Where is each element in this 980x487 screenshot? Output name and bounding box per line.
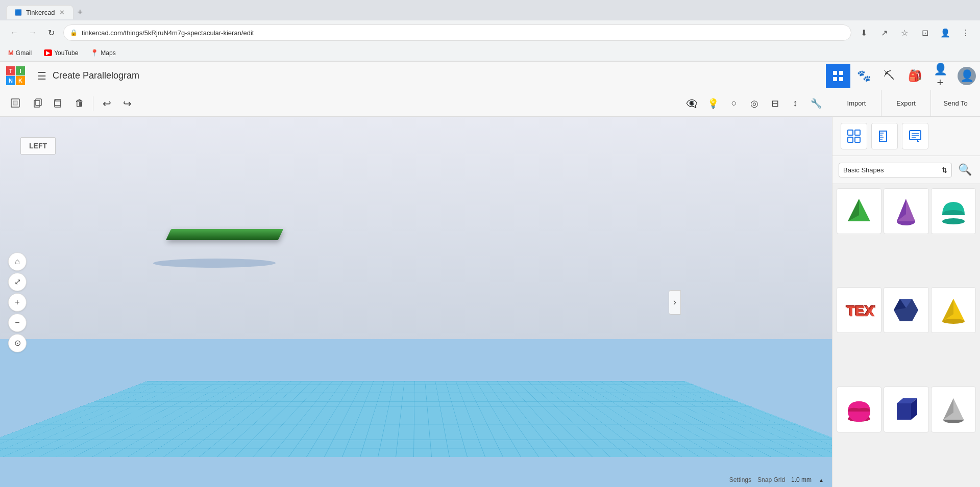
back-btn[interactable]: ← xyxy=(6,24,22,41)
grid-view-btn[interactable] xyxy=(826,64,850,88)
svg-rect-20 xyxy=(910,131,921,140)
minus-square-btn[interactable]: ⊟ xyxy=(766,94,784,113)
pickaxe-btn[interactable]: ⛏ xyxy=(877,64,901,88)
circle-btn-1[interactable]: ○ xyxy=(725,94,743,113)
right-panel: Basic Shapes ⇅ 🔍 xyxy=(832,117,980,487)
grid-lines xyxy=(0,381,832,457)
shape-dark-blue-box[interactable] xyxy=(884,387,928,432)
viewport[interactable]: LEFT ⌂ ⤢ + − ⊙ › Settings Snap Grid 1.0 … xyxy=(0,117,832,487)
menu-btn[interactable]: ⋮ xyxy=(958,24,974,41)
share-btn[interactable]: ↗ xyxy=(876,24,892,41)
briefcase-btn[interactable]: 🎒 xyxy=(902,64,927,88)
send-to-btn[interactable]: Send To xyxy=(931,90,980,116)
dark-blue-box-icon xyxy=(890,393,922,426)
new-tab-btn[interactable]: + xyxy=(78,7,83,18)
hamburger-menu-btn[interactable]: ☰ xyxy=(31,70,53,82)
bookmark-btn[interactable]: ☆ xyxy=(896,24,913,41)
purple-cone-icon xyxy=(890,195,922,227)
svg-rect-7 xyxy=(36,99,41,106)
shape-green-pyramid[interactable] xyxy=(837,188,881,234)
youtube-label: YouTube xyxy=(54,49,78,57)
export-btn[interactable]: Export xyxy=(881,90,931,116)
home-view-btn[interactable]: ⌂ xyxy=(8,252,27,271)
panel-ruler-btn[interactable] xyxy=(871,123,898,149)
shape-gray-cone[interactable] xyxy=(931,387,976,432)
grid-floor xyxy=(0,381,832,457)
panel-grid-btn[interactable] xyxy=(841,123,867,149)
delete-btn[interactable]: 🗑 xyxy=(70,94,89,113)
maps-icon: 📍 xyxy=(90,49,99,57)
panel-toggle-btn[interactable]: › xyxy=(669,290,681,315)
svg-rect-5 xyxy=(13,101,17,105)
shapes-dropdown[interactable]: Basic Shapes ⇅ xyxy=(839,163,952,177)
bookmark-maps[interactable]: 📍 Maps xyxy=(88,48,117,58)
fit-view-btn[interactable]: ⤢ xyxy=(8,273,27,291)
bookmark-gmail[interactable]: M Gmail xyxy=(6,48,34,58)
orbit-btn[interactable]: ⊙ xyxy=(8,334,27,352)
profile-btn[interactable]: 👤 xyxy=(937,24,953,41)
shape-teal-half-sphere[interactable] xyxy=(931,188,976,234)
logo-cell-t: T xyxy=(6,66,15,75)
refresh-btn[interactable]: ↻ xyxy=(43,24,59,41)
new-shape-icon xyxy=(10,98,21,109)
undo-btn[interactable]: ↩ xyxy=(97,94,116,113)
snap-grid-value[interactable]: 1.0 mm xyxy=(791,476,812,483)
shape-3d-text[interactable]: TEXT TEXT xyxy=(837,287,881,333)
svg-rect-1 xyxy=(839,71,843,75)
add-user-btn[interactable]: 👤+ xyxy=(928,64,952,88)
import-btn[interactable]: Import xyxy=(832,90,881,116)
bookmark-youtube[interactable]: ▶ YouTube xyxy=(42,48,80,58)
logo-cell-i: I xyxy=(16,66,25,75)
circle-btn-2[interactable]: ◎ xyxy=(745,94,764,113)
copy-icon xyxy=(32,98,43,109)
app-topbar: T I N K ☰ Create Parallelogram 🐾 ⛏ 🎒 👤+ xyxy=(0,62,980,90)
active-tab[interactable]: 🟦 Tinkercad ✕ xyxy=(6,5,74,19)
light-btn[interactable]: 💡 xyxy=(703,94,723,113)
duplicate-icon xyxy=(53,98,64,109)
duplicate-btn[interactable] xyxy=(49,94,68,113)
svg-rect-15 xyxy=(855,137,860,142)
svg-rect-2 xyxy=(833,77,837,81)
youtube-icon: ▶ xyxy=(44,49,52,56)
view-label: LEFT xyxy=(20,137,56,155)
teal-half-sphere-icon xyxy=(937,195,970,227)
panel-grid-icon xyxy=(847,129,861,143)
new-shape-btn[interactable] xyxy=(6,94,26,113)
user-avatar[interactable]: 👤 xyxy=(958,67,976,85)
parallelogram-shape[interactable] xyxy=(166,229,283,240)
gmail-icon: M xyxy=(8,49,14,57)
shape-wrapper xyxy=(168,229,281,240)
text-3d-icon: TEXT TEXT xyxy=(843,294,875,326)
tab-title: Tinkercad xyxy=(26,9,55,16)
svg-point-37 xyxy=(942,319,965,324)
snap-grid-arrow-up[interactable]: ▲ xyxy=(819,477,824,483)
search-btn[interactable]: 🔍 xyxy=(956,161,974,178)
toolbar-sep-1 xyxy=(93,96,93,111)
nav-buttons: ← → ↻ xyxy=(6,24,59,41)
copy-btn[interactable] xyxy=(28,94,47,113)
split-screen-btn[interactable]: ⊡ xyxy=(917,24,933,41)
download-btn[interactable]: ⬇ xyxy=(855,24,872,41)
zoom-in-btn[interactable]: + xyxy=(8,293,27,312)
shape-blue-gem[interactable] xyxy=(884,287,928,333)
shape-pink-hemisphere[interactable] xyxy=(837,387,881,432)
panel-note-btn[interactable] xyxy=(902,123,928,149)
address-bar[interactable]: 🔒 tinkercad.com/things/5kRjruN4m7g-spect… xyxy=(63,24,851,41)
tab-close[interactable]: ✕ xyxy=(59,9,65,16)
camera-view-btn[interactable]: 👁‍🗨 xyxy=(682,94,701,113)
paw-btn[interactable]: 🐾 xyxy=(851,64,876,88)
yellow-pyramid-icon xyxy=(937,294,970,326)
dropdown-arrow: ⇅ xyxy=(942,166,947,174)
mirror-btn[interactable]: ↕ xyxy=(786,94,804,113)
viewport-bottom: Settings Snap Grid 1.0 mm ▲ xyxy=(729,476,824,483)
nav-actions: ⬇ ↗ ☆ ⊡ 👤 ⋮ xyxy=(855,24,974,41)
redo-btn[interactable]: ↪ xyxy=(118,94,136,113)
logo-cell-n: N xyxy=(6,76,15,85)
zoom-out-btn[interactable]: − xyxy=(8,314,27,332)
settings-label[interactable]: Settings xyxy=(729,476,751,483)
shape-yellow-pyramid[interactable] xyxy=(931,287,976,333)
forward-btn[interactable]: → xyxy=(24,24,41,41)
green-pyramid-icon xyxy=(843,195,875,227)
settings-tool-btn[interactable]: 🔧 xyxy=(806,94,826,113)
shape-purple-cone[interactable] xyxy=(884,188,928,234)
